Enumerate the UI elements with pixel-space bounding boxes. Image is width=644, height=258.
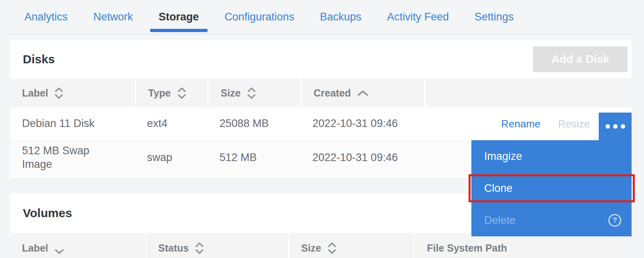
table-row-debian-disk: Debian 11 Disk ext4 25088 MB 2022-10-31 … [10,107,632,140]
ellipsis-icon [613,124,618,129]
menu-item-clone[interactable]: Clone [471,172,632,204]
disks-header-row: Disks Add a Disk [10,40,632,79]
tab-configurations[interactable]: Configurations [216,0,303,34]
menu-item-imagize-label: Imagize [484,150,522,163]
disks-table-header: Label Type Size [10,79,632,107]
add-a-disk-button[interactable]: Add a Disk [533,46,628,72]
disks-col-size-text: Size [221,87,241,99]
ellipsis-icon [621,124,625,129]
volumes-col-size-text: Size [301,242,321,254]
tab-settings[interactable]: Settings [466,0,522,34]
menu-item-delete[interactable]: Delete ? [471,204,632,236]
sort-both-icon [328,242,336,254]
menu-item-clone-label: Clone [484,182,513,195]
disk-type-cell: ext4 [135,107,207,140]
disk-label-cell: 512 MB Swap Image [10,141,135,175]
disks-col-size[interactable]: Size [207,79,300,107]
tab-bar: Analytics Network Storage Configurations… [10,0,632,34]
tab-network[interactable]: Network [85,0,141,34]
resize-button[interactable]: Resize [558,117,590,131]
volumes-col-label-text: Label [22,242,48,254]
sort-asc-icon [357,90,368,96]
disks-title: Disks [23,52,55,66]
volumes-col-fs-path[interactable]: File System Path [414,233,632,258]
sort-desc-icon [54,249,64,254]
disk-size-cell: 512 MB [207,141,300,175]
volumes-col-fs-path-text: File System Path [427,242,507,254]
row-actions-menu-button[interactable] [599,113,632,140]
volumes-col-status-text: Status [158,242,189,254]
disks-col-created-text: Created [314,87,351,99]
volumes-title: Volumes [23,206,72,220]
volumes-col-label[interactable]: Label [10,233,145,258]
disk-actions-cell: Rename Resize [425,107,632,140]
disk-label-cell: Debian 11 Disk [10,107,135,140]
disks-col-label-text: Label [22,87,48,99]
disk-created-cell: 2022-10-31 09:46 [300,107,425,140]
disks-col-created[interactable]: Created [300,79,425,107]
volumes-table-header: Label Status Size File Sy [10,233,632,258]
disks-col-actions [425,79,632,107]
help-icon[interactable]: ? [608,214,621,227]
menu-item-delete-label: Delete [484,214,515,227]
tab-activity-feed[interactable]: Activity Feed [378,0,457,34]
tab-storage[interactable]: Storage [150,0,207,34]
disks-col-type-text: Type [148,87,171,99]
volumes-col-size[interactable]: Size [288,233,414,258]
tab-analytics[interactable]: Analytics [16,0,76,34]
sort-both-icon [195,242,204,254]
rename-button[interactable]: Rename [501,117,540,131]
disks-col-type[interactable]: Type [135,79,207,107]
ellipsis-icon [606,124,610,129]
sort-both-icon [247,87,256,99]
disk-size-cell: 25088 MB [207,107,300,140]
disk-type-cell: swap [135,141,207,175]
sort-both-icon [177,87,186,99]
disks-col-label[interactable]: Label [10,79,135,107]
tab-backups[interactable]: Backups [312,0,370,34]
sort-both-icon [54,87,63,99]
disk-created-cell: 2022-10-31 09:46 [300,141,425,175]
volumes-col-status[interactable]: Status [145,233,288,258]
action-menu: Imagize Clone Delete ? [471,140,632,236]
storage-page: Analytics Network Storage Configurations… [0,0,644,258]
menu-item-imagize[interactable]: Imagize [471,140,632,172]
